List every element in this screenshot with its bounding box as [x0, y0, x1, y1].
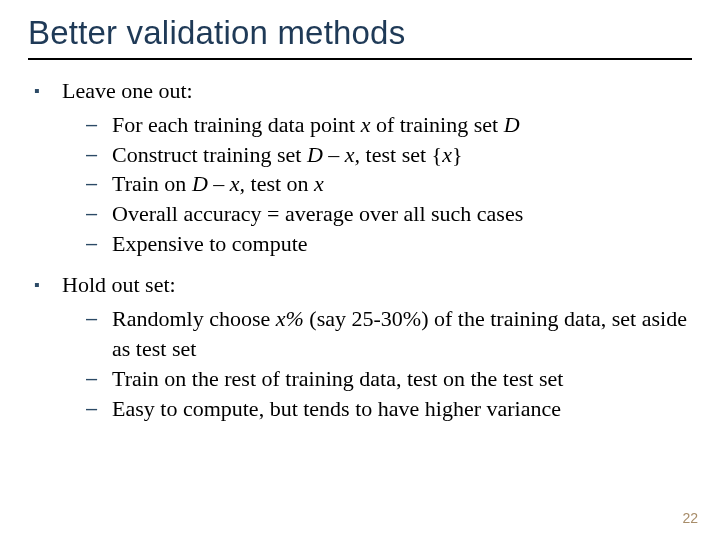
- list-item-text: Train on the rest of training data, test…: [112, 364, 692, 394]
- dash-icon: –: [86, 364, 100, 394]
- dash-icon: –: [86, 304, 100, 363]
- list-item: – Randomly choose x% (say 25-30%) of the…: [86, 304, 692, 363]
- slide-content: ▪ Leave one out: – For each training dat…: [28, 76, 692, 423]
- dash-icon: –: [86, 199, 100, 229]
- section-heading: ▪ Hold out set:: [34, 270, 692, 300]
- list-item-text: Train on D – x, test on x: [112, 169, 692, 199]
- list-item-text: Expensive to compute: [112, 229, 692, 259]
- list-item-text: For each training data point x of traini…: [112, 110, 692, 140]
- list-item-text: Randomly choose x% (say 25-30%) of the t…: [112, 304, 692, 363]
- slide-title: Better validation methods: [28, 14, 692, 52]
- dash-icon: –: [86, 394, 100, 424]
- square-bullet-icon: ▪: [34, 270, 48, 300]
- page-number: 22: [682, 510, 698, 526]
- list-item-text: Easy to compute, but tends to have highe…: [112, 394, 692, 424]
- list-item: – Easy to compute, but tends to have hig…: [86, 394, 692, 424]
- list-item: – Expensive to compute: [86, 229, 692, 259]
- list-item: – Overall accuracy = average over all su…: [86, 199, 692, 229]
- title-rule: [28, 58, 692, 60]
- dash-icon: –: [86, 169, 100, 199]
- section-heading-text: Hold out set:: [62, 270, 176, 300]
- slide: Better validation methods ▪ Leave one ou…: [0, 0, 720, 540]
- list-item: – Train on D – x, test on x: [86, 169, 692, 199]
- list-item: – For each training data point x of trai…: [86, 110, 692, 140]
- square-bullet-icon: ▪: [34, 76, 48, 106]
- dash-icon: –: [86, 229, 100, 259]
- section-heading: ▪ Leave one out:: [34, 76, 692, 106]
- list-item: – Construct training set D – x, test set…: [86, 140, 692, 170]
- dash-icon: –: [86, 140, 100, 170]
- list-item: – Train on the rest of training data, te…: [86, 364, 692, 394]
- section-heading-text: Leave one out:: [62, 76, 193, 106]
- list-item-text: Construct training set D – x, test set {…: [112, 140, 692, 170]
- list-item-text: Overall accuracy = average over all such…: [112, 199, 692, 229]
- dash-icon: –: [86, 110, 100, 140]
